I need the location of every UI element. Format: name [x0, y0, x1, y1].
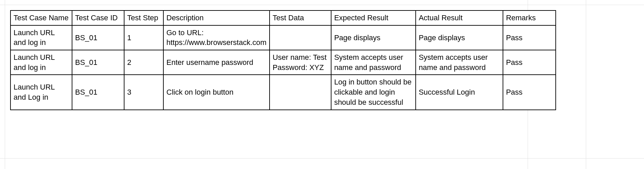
cell-expected[interactable]: Page displays: [331, 25, 416, 50]
cell-name[interactable]: Launch URL and log in: [10, 50, 72, 75]
col-header-data[interactable]: Test Data: [270, 10, 331, 25]
cell-data[interactable]: User name: Test Password: XYZ: [270, 50, 331, 75]
cell-id[interactable]: BS_01: [72, 50, 124, 75]
cell-remarks[interactable]: Pass: [503, 75, 556, 110]
cell-actual[interactable]: Page displays: [416, 25, 503, 50]
cell-name[interactable]: Launch URL and log in: [10, 25, 72, 50]
test-case-table: Test Case Name Test Case ID Test Step De…: [10, 10, 556, 110]
cell-id[interactable]: BS_01: [72, 75, 124, 110]
table-row: Launch URL and log in BS_01 1 Go to URL:…: [10, 25, 556, 50]
cell-data[interactable]: [270, 75, 331, 110]
col-header-id[interactable]: Test Case ID: [72, 10, 124, 25]
col-header-name[interactable]: Test Case Name: [10, 10, 72, 25]
cell-name[interactable]: Launch URL and Log in: [10, 75, 72, 110]
cell-step[interactable]: 2: [124, 50, 163, 75]
cell-description[interactable]: Enter username password: [163, 50, 270, 75]
col-header-remarks[interactable]: Remarks: [503, 10, 556, 25]
col-header-expected[interactable]: Expected Result: [331, 10, 416, 25]
cell-actual[interactable]: Successful Login: [416, 75, 503, 110]
cell-data[interactable]: [270, 25, 331, 50]
col-header-actual[interactable]: Actual Result: [416, 10, 503, 25]
col-header-description[interactable]: Description: [163, 10, 270, 25]
col-header-step[interactable]: Test Step: [124, 10, 163, 25]
cell-actual[interactable]: System accepts user name and password: [416, 50, 503, 75]
cell-step[interactable]: 3: [124, 75, 163, 110]
table-row: Launch URL and Log in BS_01 3 Click on l…: [10, 75, 556, 110]
table-row: Launch URL and log in BS_01 2 Enter user…: [10, 50, 556, 75]
cell-description[interactable]: Go to URL: https://www.browserstack.com: [163, 25, 270, 50]
cell-remarks[interactable]: Pass: [503, 50, 556, 75]
cell-id[interactable]: BS_01: [72, 25, 124, 50]
cell-expected[interactable]: Log in button should be clickable and lo…: [331, 75, 416, 110]
cell-description[interactable]: Click on login button: [163, 75, 270, 110]
table-header-row: Test Case Name Test Case ID Test Step De…: [10, 10, 556, 25]
cell-expected[interactable]: System accepts user name and password: [331, 50, 416, 75]
cell-step[interactable]: 1: [124, 25, 163, 50]
cell-remarks[interactable]: Pass: [503, 25, 556, 50]
